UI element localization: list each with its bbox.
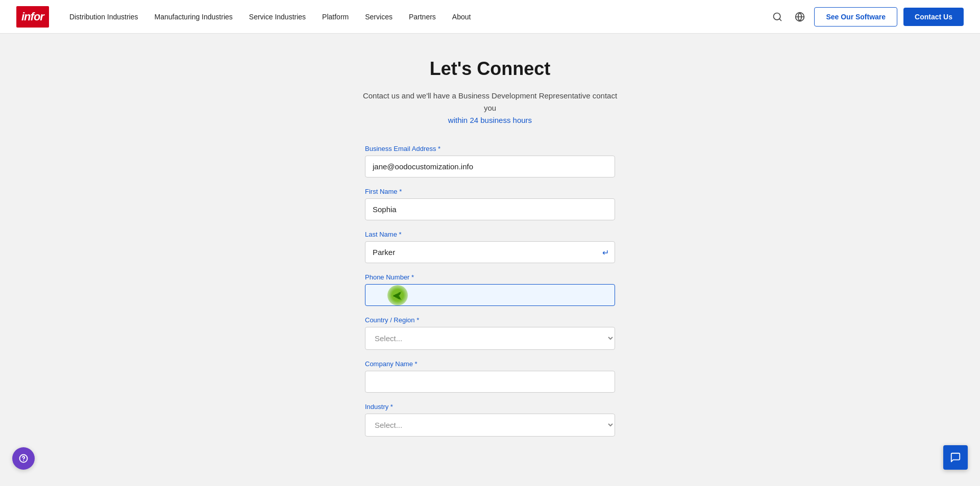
globe-button[interactable] (792, 9, 808, 25)
svg-line-1 (779, 18, 781, 20)
industry-label: Industry * (365, 403, 615, 411)
industry-select[interactable]: Select... Distribution Manufacturing Ser… (365, 414, 615, 437)
logo: infor (16, 6, 49, 28)
country-label: Country / Region * (365, 316, 615, 324)
contact-us-button[interactable]: Contact Us (903, 8, 964, 26)
nav-partners[interactable]: Partners (401, 0, 444, 34)
nav-services[interactable]: Services (357, 0, 401, 34)
email-input[interactable] (365, 156, 615, 177)
company-input[interactable] (365, 371, 615, 393)
nav-service[interactable]: Service Industries (241, 0, 314, 34)
help-icon (19, 454, 28, 463)
last-name-label: Last Name * (365, 231, 615, 238)
first-name-label: First Name * (365, 188, 615, 195)
phone-wrapper: ⮜ (365, 284, 615, 306)
country-select[interactable]: Select... United States United Kingdom C… (365, 327, 615, 350)
phone-label: Phone Number * (365, 273, 615, 281)
page-title: Let's Connect (430, 58, 551, 80)
last-name-group: Last Name * ↵ (365, 231, 615, 263)
nav-manufacturing[interactable]: Manufacturing Industries (146, 0, 241, 34)
first-name-input[interactable] (365, 198, 615, 220)
page-subtitle: Contact us and we'll have a Business Dev… (357, 90, 623, 126)
nav-platform[interactable]: Platform (314, 0, 357, 34)
nav-links: Distribution Industries Manufacturing In… (61, 0, 770, 34)
last-name-input[interactable] (365, 241, 615, 263)
navbar-actions: See Our Software Contact Us (769, 7, 964, 27)
main-content: Let's Connect Contact us and we'll have … (0, 34, 980, 486)
company-group: Company Name * (365, 360, 615, 393)
phone-group: Phone Number * ⮜ (365, 273, 615, 306)
nav-distribution[interactable]: Distribution Industries (61, 0, 146, 34)
contact-form: Business Email Address * First Name * La… (365, 145, 615, 447)
country-group: Country / Region * Select... United Stat… (365, 316, 615, 350)
nav-about[interactable]: About (444, 0, 479, 34)
search-button[interactable] (769, 9, 786, 25)
last-name-wrapper: ↵ (365, 241, 615, 263)
globe-icon (795, 12, 805, 22)
company-label: Company Name * (365, 360, 615, 368)
email-label: Business Email Address * (365, 145, 615, 152)
navbar: infor Distribution Industries Manufactur… (0, 0, 980, 34)
search-icon (772, 12, 782, 22)
first-name-group: First Name * (365, 188, 615, 220)
phone-input[interactable] (365, 284, 615, 306)
chat-button[interactable] (943, 445, 968, 470)
help-button[interactable] (12, 447, 35, 470)
see-software-button[interactable]: See Our Software (814, 7, 897, 27)
email-group: Business Email Address * (365, 145, 615, 177)
chat-icon (950, 452, 961, 463)
industry-group: Industry * Select... Distribution Manufa… (365, 403, 615, 437)
